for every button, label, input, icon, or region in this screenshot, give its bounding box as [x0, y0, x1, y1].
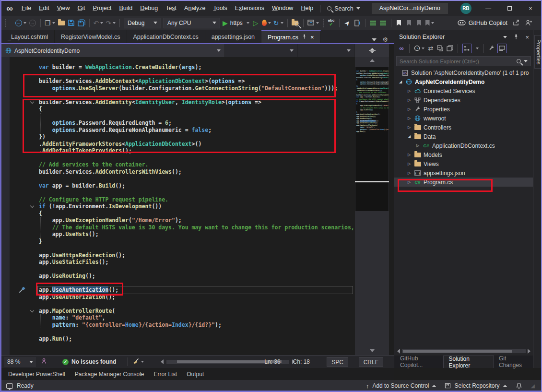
github-copilot-button[interactable]: GitHub Copilot: [458, 18, 507, 28]
save-button[interactable]: [68, 18, 75, 28]
search-box[interactable]: Search: [323, 5, 364, 12]
navigate-forward-button[interactable]: →: [29, 18, 36, 28]
previous-bookmark-button[interactable]: [405, 18, 413, 28]
share-button[interactable]: [512, 18, 520, 28]
code-editor[interactable]: var builder = WebApplication.CreateBuild…: [1, 57, 355, 355]
add-to-source-control-button[interactable]: ↑ Add to Source Control: [366, 382, 436, 390]
panel-close-icon[interactable]: ×: [525, 34, 529, 41]
tab-appsettings-json[interactable]: appsettings.json: [205, 30, 261, 43]
live-share-icon[interactable]: [41, 358, 47, 366]
bottom-tab-developer-powershell[interactable]: Developer PowerShell: [5, 371, 68, 378]
menu-analyze[interactable]: Analyze: [180, 1, 209, 16]
collapsed-expander-icon[interactable]: ▷: [407, 89, 412, 93]
fold-chevron-icon[interactable]: [30, 99, 34, 103]
expanded-expander-icon[interactable]: ◢: [407, 134, 412, 139]
clear-bookmarks-button[interactable]: [425, 18, 434, 28]
zoom-select[interactable]: 88 %: [4, 357, 36, 367]
menu-edit[interactable]: Edit: [35, 1, 53, 16]
redo-button[interactable]: ↷: [106, 18, 116, 28]
close-button[interactable]: ×: [520, 1, 541, 16]
tree-item-solution-aspnetcoreidentitydemo-1-of-1-p[interactable]: ∞Solution 'AspNetCoreIdentityDemo' (1 of…: [394, 68, 533, 77]
restart-button[interactable]: ↻: [273, 18, 283, 28]
minimize-button[interactable]: —: [478, 1, 499, 16]
issues-status[interactable]: ✓ No issues found: [62, 358, 116, 365]
preview-selected-items-icon[interactable]: [497, 44, 507, 53]
collapsed-expander-icon[interactable]: ▷: [407, 116, 412, 120]
panel-tab-solution-explorer[interactable]: Solution Explorer: [443, 356, 494, 368]
menu-file[interactable]: File: [18, 1, 35, 16]
panel-menu-chevron-icon[interactable]: [503, 36, 507, 38]
switch-views-icon[interactable]: ⇄: [427, 44, 434, 53]
menu-extensions[interactable]: Extensions: [231, 1, 268, 16]
resize-grip[interactable]: ◢: [531, 383, 535, 389]
pending-changes-filter-icon[interactable]: [414, 44, 424, 53]
menu-window[interactable]: Window: [268, 1, 297, 16]
tab-registerviewmodel-cs[interactable]: RegisterViewModel.cs: [55, 30, 127, 43]
go-to-cursor-button[interactable]: ➤: [343, 18, 351, 28]
tree-item-wwwroot[interactable]: ▷wwwroot: [394, 114, 533, 123]
tree-item-dependencies[interactable]: ▷Dependencies: [394, 95, 533, 105]
collapsed-expander-icon[interactable]: ▷: [407, 107, 412, 111]
minimap[interactable]: var builder = WebApplication.CreateBuild…: [355, 44, 389, 356]
avatar[interactable]: RB: [460, 3, 471, 14]
start-debugging-button[interactable]: ▶ https: [223, 18, 249, 28]
code-cleanup-broom-icon[interactable]: [132, 358, 140, 366]
tree-item-controllers[interactable]: ▷Controllers: [394, 123, 533, 132]
tab-options-gear-icon[interactable]: ⚙: [382, 36, 388, 43]
toolbar-grip[interactable]: [5, 19, 13, 27]
collapsed-expander-icon[interactable]: ▷: [415, 143, 420, 148]
line-ending-indicator[interactable]: CRLF: [359, 357, 383, 367]
fold-chevron-icon[interactable]: [30, 204, 34, 208]
tab--layout-cshtml[interactable]: _Layout.cshtml: [1, 30, 55, 43]
scroll-down-icon[interactable]: [355, 349, 389, 352]
bottom-tab-error-list[interactable]: Error List: [151, 371, 180, 378]
pin-icon[interactable]: [513, 34, 519, 40]
bottom-tab-output[interactable]: Output: [184, 371, 207, 378]
tab-applicationdbcontext-cs[interactable]: ApplicationDbContext.cs: [127, 30, 205, 43]
open-file-button[interactable]: [58, 18, 65, 28]
menu-build[interactable]: Build: [116, 1, 137, 16]
line-indicator[interactable]: Ln: 36: [264, 358, 280, 365]
sync-with-active-document-icon[interactable]: ∞: [398, 44, 405, 53]
menu-tools[interactable]: Tools: [210, 1, 231, 16]
tree-item-applicationdbcontext-cs[interactable]: ▷C#ApplicationDbContext.cs: [394, 141, 533, 150]
next-bookmark-button[interactable]: [415, 18, 423, 28]
sync-document-button[interactable]: [353, 18, 361, 28]
tree-item-properties[interactable]: ▷Properties: [394, 105, 533, 114]
tab-program-cs[interactable]: Program.cs×: [261, 30, 321, 43]
tree-item-aspnetcoreidentitydemo[interactable]: ◢AspNetCoreIdentityDemo: [394, 77, 533, 86]
collapsed-expander-icon[interactable]: ▷: [407, 162, 412, 166]
find-in-files-button[interactable]: [292, 18, 299, 28]
menu-debug[interactable]: Debug: [136, 1, 162, 16]
hot-reload-button[interactable]: [262, 18, 271, 28]
maximize-button[interactable]: [499, 1, 520, 16]
menu-help[interactable]: Help: [297, 1, 317, 16]
scroll-up-icon[interactable]: [355, 59, 389, 62]
menu-view[interactable]: View: [53, 1, 74, 16]
collapsed-expander-icon[interactable]: ▷: [407, 153, 412, 157]
collapsed-expander-icon[interactable]: ▷: [407, 98, 412, 102]
toggle-bookmark-button[interactable]: [395, 18, 403, 28]
configuration-select[interactable]: Debug: [124, 18, 161, 28]
undo-button[interactable]: ↶: [94, 18, 104, 28]
wrench-icon[interactable]: [488, 44, 495, 53]
menu-git[interactable]: Git: [74, 1, 89, 16]
new-project-button[interactable]: ❐: [45, 18, 55, 28]
type-dropdown[interactable]: [225, 44, 298, 57]
quick-actions-screwdriver-icon[interactable]: [19, 285, 26, 295]
search-input[interactable]: [400, 59, 514, 64]
select-repository-button[interactable]: Select Repository: [445, 382, 507, 389]
tree-item-connected-services[interactable]: ▷Connected Services: [394, 86, 533, 95]
menu-project[interactable]: Project: [89, 1, 116, 16]
menu-test[interactable]: Test: [162, 1, 180, 16]
tree-item-appsettings-json[interactable]: ▷{..}appsettings.json: [394, 168, 533, 178]
feedback-bubble-icon[interactable]: [6, 383, 13, 389]
save-all-button[interactable]: [78, 18, 85, 28]
bell-icon[interactable]: [516, 382, 522, 389]
editor-split-handle[interactable]: [355, 44, 389, 57]
close-icon[interactable]: ×: [310, 34, 314, 41]
tree-item-data[interactable]: ◢Data: [394, 132, 533, 141]
panel-tab-git-changes[interactable]: Git Changes: [494, 356, 533, 368]
expanded-expander-icon[interactable]: ◢: [398, 80, 403, 84]
project-dropdown[interactable]: AspNetCoreIdentityDemo: [1, 44, 225, 57]
